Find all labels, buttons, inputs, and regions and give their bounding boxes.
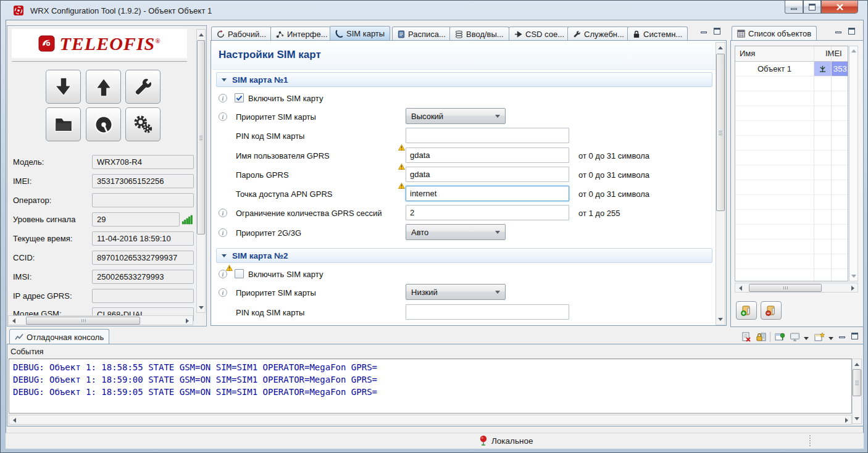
vscroll-down-arrow[interactable] bbox=[197, 303, 205, 312]
tabpane-minimize-icon[interactable] bbox=[701, 31, 707, 33]
tab-system[interactable]: Системн... bbox=[627, 27, 688, 41]
sim2-pin-input[interactable] bbox=[406, 304, 569, 320]
settings-button[interactable] bbox=[125, 107, 161, 141]
console-hscrollbar[interactable] bbox=[9, 415, 852, 425]
page-title: Настройки SIM карт bbox=[219, 49, 321, 61]
tab-schedule[interactable]: Расписа... bbox=[392, 27, 451, 41]
console-vscrollbar[interactable] bbox=[852, 359, 862, 424]
hscroll-thumb[interactable] bbox=[749, 284, 822, 292]
sim2-priority-select[interactable]: Низкий bbox=[406, 284, 506, 300]
device-panel-vscrollbar[interactable] bbox=[196, 29, 206, 313]
chart-line-icon bbox=[15, 333, 23, 341]
tab-service[interactable]: Служебн... bbox=[567, 27, 630, 41]
sim1-pin-input[interactable] bbox=[406, 128, 569, 143]
vscroll-up-arrow[interactable] bbox=[849, 47, 858, 55]
add-object-icon bbox=[740, 304, 753, 317]
tab-sim-cards[interactable]: SIM карты bbox=[330, 26, 390, 41]
sim1-enable-checkbox[interactable] bbox=[235, 93, 244, 102]
add-object-button[interactable] bbox=[736, 301, 757, 320]
sim1-sessions-input[interactable] bbox=[406, 205, 569, 220]
title-divider bbox=[212, 69, 725, 70]
sim1-gprs-password-input[interactable] bbox=[406, 167, 569, 182]
sim2-section-header[interactable]: SIM карта №2 bbox=[216, 248, 712, 263]
objects-table: Имя IMEI Объект 1 35317 bbox=[735, 46, 848, 281]
object-row-name[interactable]: Объект 1 bbox=[735, 62, 814, 76]
sim1-apn-input[interactable] bbox=[406, 186, 569, 201]
vscroll-up-arrow[interactable] bbox=[716, 43, 725, 52]
field-value-model: WRX708-R4 bbox=[92, 155, 194, 169]
tab-label: Список объектов bbox=[748, 29, 811, 38]
vscroll-down-arrow[interactable] bbox=[853, 414, 861, 423]
hscroll-right-arrow[interactable] bbox=[848, 284, 857, 292]
objects-minimize-icon[interactable] bbox=[835, 31, 841, 33]
objects-hscrollbar[interactable] bbox=[735, 283, 858, 293]
info-icon[interactable] bbox=[219, 94, 227, 102]
new-console-dropdown[interactable] bbox=[827, 333, 835, 344]
tab-label: Ввод/вы... bbox=[466, 30, 504, 39]
gears-icon bbox=[133, 114, 154, 135]
tab-object-list[interactable]: Список объектов bbox=[732, 26, 817, 41]
objects-vscrollbar[interactable] bbox=[849, 46, 858, 281]
sim1-gprs-user-input[interactable] bbox=[406, 148, 569, 163]
info-icon[interactable] bbox=[219, 270, 227, 278]
vscroll-down-arrow[interactable] bbox=[716, 315, 725, 324]
read-config-button[interactable] bbox=[46, 70, 81, 104]
hscroll-left-arrow[interactable] bbox=[736, 284, 745, 292]
info-icon[interactable] bbox=[219, 112, 227, 121]
tab-interfaces[interactable]: Интерфе... bbox=[270, 27, 333, 41]
vscroll-down-arrow[interactable] bbox=[849, 272, 858, 280]
close-button[interactable] bbox=[821, 1, 858, 14]
save-file-button[interactable] bbox=[86, 107, 121, 141]
sim1-section-header[interactable]: SIM карта №1 bbox=[216, 72, 712, 87]
tab-csd-connection[interactable]: CSD сое... bbox=[509, 27, 570, 41]
objects-restore-icon[interactable] bbox=[848, 28, 855, 35]
console-output[interactable]: DEBUG: Объект 1: 18:58:55 STATE GSM=ON S… bbox=[9, 359, 852, 414]
hscroll-right-arrow[interactable] bbox=[842, 416, 851, 424]
sim1-priority-select[interactable]: Высокий bbox=[406, 108, 506, 124]
hscroll-right-arrow[interactable] bbox=[183, 317, 192, 325]
tab-label: Системн... bbox=[643, 30, 682, 39]
display-console-button[interactable] bbox=[788, 331, 801, 343]
column-header-imei[interactable]: IMEI bbox=[825, 49, 842, 58]
hscroll-left-arrow[interactable] bbox=[9, 317, 19, 325]
tabpane-restore-icon[interactable] bbox=[714, 28, 720, 35]
open-file-button[interactable] bbox=[46, 107, 81, 141]
field-label-imei: IMEI: bbox=[13, 177, 31, 186]
settings-vscrollbar[interactable] bbox=[716, 42, 725, 325]
display-options-dropdown[interactable] bbox=[802, 333, 811, 344]
vscroll-thumb[interactable] bbox=[853, 369, 861, 396]
info-icon[interactable] bbox=[219, 288, 227, 297]
vscroll-up-arrow[interactable] bbox=[853, 360, 861, 368]
service-button[interactable] bbox=[125, 70, 161, 104]
console-line: DEBUG: Объект 1: 18:59:00 STATE GSM=ON S… bbox=[13, 373, 848, 386]
tab-debug-console[interactable]: Отладочная консоль bbox=[9, 329, 109, 344]
hscroll-left-arrow[interactable] bbox=[10, 416, 19, 424]
new-console-button[interactable] bbox=[813, 331, 825, 343]
hscroll-thumb[interactable] bbox=[26, 317, 140, 325]
vscroll-up-arrow[interactable] bbox=[197, 30, 205, 39]
info-icon[interactable] bbox=[219, 209, 227, 217]
remove-object-button[interactable] bbox=[761, 301, 782, 320]
clear-console-button[interactable] bbox=[740, 331, 753, 343]
minimize-button[interactable] bbox=[785, 1, 803, 14]
object-row-imei[interactable]: 35317 bbox=[832, 62, 848, 76]
download-arrow-icon bbox=[53, 77, 74, 98]
new-window-icon bbox=[814, 332, 825, 343]
device-panel-hscrollbar[interactable] bbox=[8, 315, 193, 325]
object-row-status-cell[interactable] bbox=[814, 62, 831, 76]
console-minimize-icon[interactable] bbox=[839, 336, 845, 338]
maximize-button[interactable] bbox=[803, 1, 821, 14]
tab-workmode[interactable]: Рабочий... bbox=[211, 27, 272, 41]
vscroll-thumb[interactable] bbox=[716, 54, 725, 211]
sim1-tech-select[interactable]: Авто bbox=[406, 224, 506, 240]
info-icon[interactable] bbox=[219, 228, 227, 237]
column-header-name[interactable]: Имя bbox=[740, 49, 755, 58]
vscroll-thumb[interactable] bbox=[197, 40, 205, 235]
tab-input-output[interactable]: Ввод/вы... bbox=[449, 27, 509, 41]
sim2-enable-checkbox[interactable] bbox=[235, 269, 244, 278]
pin-console-button[interactable] bbox=[774, 331, 786, 343]
lock-console-button[interactable] bbox=[755, 331, 767, 343]
schedule-document-icon bbox=[398, 30, 405, 38]
console-restore-icon[interactable] bbox=[851, 333, 858, 339]
write-config-button[interactable] bbox=[86, 70, 121, 104]
